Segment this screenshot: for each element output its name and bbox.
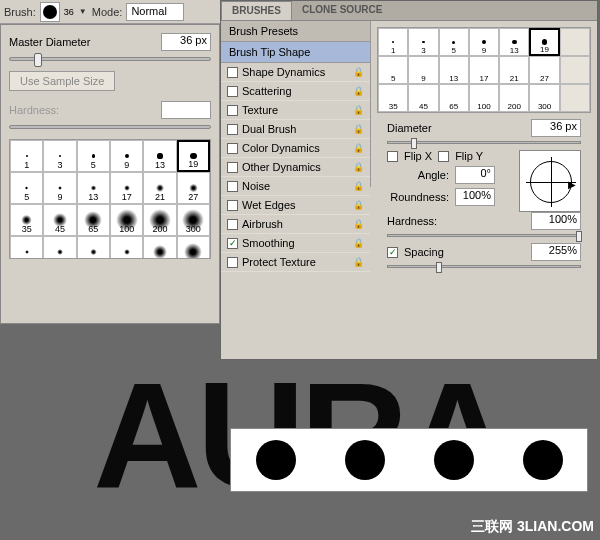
brush-preset-cell[interactable]: 65 (177, 236, 210, 259)
brush-options-list: Brush Presets Brush Tip Shape Shape Dyna… (221, 21, 371, 187)
tip-shape-cell[interactable]: 9 (408, 56, 438, 84)
brush-option-row[interactable]: Wet Edges🔒 (221, 196, 370, 215)
brush-preset-grid[interactable]: 1359131959131721273545651002003009131917… (9, 139, 211, 259)
tip-hardness-slider[interactable] (387, 234, 581, 237)
option-checkbox[interactable] (227, 257, 238, 268)
brush-preset-cell[interactable]: 35 (10, 204, 43, 236)
spacing-input[interactable]: 255% (531, 243, 581, 261)
hardness-label: Hardness: (9, 104, 59, 116)
diameter-label: Diameter (387, 122, 432, 134)
option-checkbox[interactable]: ✓ (227, 238, 238, 249)
option-checkbox[interactable] (227, 86, 238, 97)
brush-presets-header[interactable]: Brush Presets (221, 21, 370, 42)
brush-option-row[interactable]: Texture🔒 (221, 101, 370, 120)
lock-icon: 🔒 (353, 105, 364, 115)
tip-shape-cell[interactable]: 1 (378, 28, 408, 56)
option-label: Color Dynamics (242, 142, 320, 154)
brush-preset-cell[interactable]: 13 (77, 172, 110, 204)
blend-mode-select[interactable]: Normal (126, 3, 183, 21)
brush-preset-cell[interactable]: 3 (43, 140, 76, 172)
use-sample-size-button[interactable]: Use Sample Size (9, 71, 115, 91)
brush-preset-cell[interactable]: 9 (10, 236, 43, 259)
brush-preset-cell[interactable]: 45 (43, 204, 76, 236)
master-diameter-label: Master Diameter (9, 36, 90, 48)
tip-shape-cell[interactable]: 45 (408, 84, 438, 112)
spacing-checkbox[interactable]: ✓ (387, 247, 398, 258)
spacing-slider[interactable] (387, 265, 581, 268)
option-label: Wet Edges (242, 199, 296, 211)
tip-shape-grid[interactable]: 135913195913172127354565100200300 (377, 27, 591, 113)
brush-preset-cell[interactable]: 300 (177, 204, 210, 236)
tip-shape-cell[interactable]: 19 (529, 28, 559, 56)
master-diameter-input[interactable]: 36 px (161, 33, 211, 51)
brush-preset-picker[interactable] (40, 2, 60, 22)
brush-preset-cell[interactable]: 19 (177, 140, 210, 172)
tip-hardness-input[interactable]: 100% (531, 212, 581, 230)
tip-shape-cell[interactable]: 13 (499, 28, 529, 56)
option-checkbox[interactable] (227, 124, 238, 135)
tip-shape-cell[interactable]: 5 (439, 28, 469, 56)
brush-preset-cell[interactable]: 19 (77, 236, 110, 259)
brush-option-row[interactable]: Color Dynamics🔒 (221, 139, 370, 158)
tip-shape-cell[interactable]: 17 (469, 56, 499, 84)
diameter-slider[interactable] (387, 141, 581, 144)
tip-shape-cell[interactable]: 65 (439, 84, 469, 112)
option-checkbox[interactable] (227, 105, 238, 116)
brush-preset-cell[interactable]: 13 (43, 236, 76, 259)
tip-shape-cell[interactable]: 200 (499, 84, 529, 112)
brush-preset-cell[interactable]: 1 (10, 140, 43, 172)
tab-brushes[interactable]: BRUSHES (221, 1, 292, 20)
brush-option-row[interactable]: ✓Smoothing🔒 (221, 234, 370, 253)
tip-shape-cell[interactable]: 35 (378, 84, 408, 112)
brush-preset-cell[interactable]: 5 (77, 140, 110, 172)
brush-preset-cell[interactable]: 9 (43, 172, 76, 204)
tip-shape-cell[interactable]: 3 (408, 28, 438, 56)
brush-preset-cell[interactable]: 17 (110, 172, 143, 204)
tip-shape-cell[interactable]: 300 (529, 84, 559, 112)
tip-shape-cell[interactable]: 27 (529, 56, 559, 84)
angle-input[interactable]: 0° (455, 166, 495, 184)
brush-preset-cell[interactable]: 65 (77, 204, 110, 236)
brush-option-row[interactable]: Other Dynamics🔒 (221, 158, 370, 177)
brush-option-row[interactable]: Scattering🔒 (221, 82, 370, 101)
roundness-input[interactable]: 100% (455, 188, 495, 206)
brush-option-row[interactable]: Airbrush🔒 (221, 215, 370, 234)
angle-roundness-widget[interactable]: ▶ (519, 150, 581, 212)
brush-option-row[interactable]: Shape Dynamics🔒 (221, 63, 370, 82)
brush-preset-cell[interactable]: 9 (110, 140, 143, 172)
brush-preset-cell[interactable]: 45 (143, 236, 176, 259)
chevron-down-icon[interactable]: ▼ (78, 7, 88, 17)
option-checkbox[interactable] (227, 162, 238, 173)
tip-hardness-label: Hardness: (387, 215, 437, 227)
brush-option-row[interactable]: Protect Texture🔒 (221, 253, 370, 272)
tip-shape-cell[interactable]: 9 (469, 28, 499, 56)
option-checkbox[interactable] (227, 200, 238, 211)
brush-option-row[interactable]: Dual Brush🔒 (221, 120, 370, 139)
option-checkbox[interactable] (227, 67, 238, 78)
brush-preset-cell[interactable]: 27 (177, 172, 210, 204)
brush-preset-cell[interactable]: 100 (110, 204, 143, 236)
tip-shape-cell[interactable]: 13 (439, 56, 469, 84)
tab-clone-source[interactable]: CLONE SOURCE (292, 1, 393, 20)
tip-shape-cell[interactable]: 100 (469, 84, 499, 112)
option-label: Texture (242, 104, 278, 116)
flipx-checkbox[interactable] (387, 151, 398, 162)
tip-shape-cell[interactable]: 21 (499, 56, 529, 84)
brush-option-row[interactable]: Noise🔒 (221, 177, 370, 196)
brush-preset-cell[interactable]: 17 (110, 236, 143, 259)
tip-shape-cell[interactable]: 5 (378, 56, 408, 84)
option-label: Protect Texture (242, 256, 316, 268)
option-checkbox[interactable] (227, 219, 238, 230)
option-checkbox[interactable] (227, 181, 238, 192)
brush-preset-cell[interactable]: 21 (143, 172, 176, 204)
option-label: Shape Dynamics (242, 66, 325, 78)
option-label: Noise (242, 180, 270, 192)
brush-preset-cell[interactable]: 13 (143, 140, 176, 172)
flipy-checkbox[interactable] (438, 151, 449, 162)
brush-preset-cell[interactable]: 5 (10, 172, 43, 204)
option-checkbox[interactable] (227, 143, 238, 154)
brush-tip-shape-header[interactable]: Brush Tip Shape (221, 42, 370, 63)
brush-preset-cell[interactable]: 200 (143, 204, 176, 236)
diameter-input[interactable]: 36 px (531, 119, 581, 137)
master-diameter-slider[interactable] (9, 57, 211, 61)
